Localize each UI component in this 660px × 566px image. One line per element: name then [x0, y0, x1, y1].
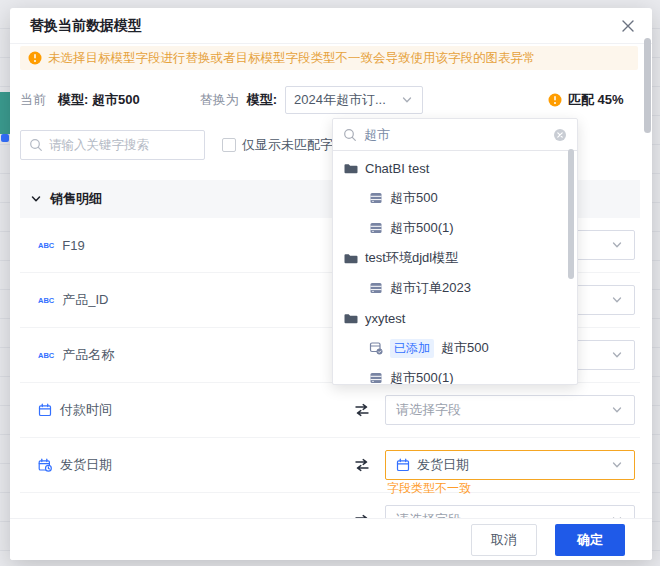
backdrop-blue-dot	[1, 134, 9, 142]
model-label: 模型:	[247, 91, 277, 109]
tree-model-label: 超市500	[441, 339, 489, 357]
warning-icon	[28, 51, 42, 65]
tree-folder[interactable]: test环境djdl模型	[333, 243, 577, 273]
caret-down-icon	[30, 193, 42, 205]
calendar-clock-icon	[38, 458, 52, 472]
match-warning-icon	[548, 93, 562, 107]
chevron-down-icon	[610, 403, 624, 417]
field-row: 付款时间 请选择字段	[20, 383, 640, 438]
folder-icon	[343, 311, 358, 326]
tree-folder[interactable]: ChatBI test	[333, 153, 577, 183]
text-field-icon: ABC	[38, 351, 54, 360]
model-picker-dropdown: 超市 ChatBI test 超市500	[332, 118, 578, 385]
dialog-header: 替换当前数据模型	[10, 8, 652, 44]
database-icon	[369, 371, 383, 385]
warning-banner: 未选择目标模型字段进行替换或者目标模型字段类型不一致会导致使用该字段的图表异常	[20, 46, 638, 70]
checkbox-unchecked-icon[interactable]	[222, 138, 236, 152]
close-icon[interactable]	[620, 18, 636, 34]
tree-model-label: 超市订单2023	[390, 279, 471, 297]
tree-folder-label: yxytest	[365, 311, 405, 326]
dialog-title: 替换当前数据模型	[30, 17, 142, 35]
match-indicator: 匹配 45%	[548, 91, 624, 109]
database-icon	[369, 191, 383, 205]
text-field-icon: ABC	[38, 241, 54, 250]
tree-model-added[interactable]: 已添加 超市500	[333, 333, 577, 363]
field-row: 发货日期 发货日期 字段类型不一致	[20, 438, 640, 493]
dialog-scrollbar[interactable]	[644, 38, 651, 133]
field-label: 付款时间	[60, 401, 112, 419]
added-badge: 已添加	[390, 339, 434, 358]
search-placeholder: 请输入关键字搜索	[49, 137, 149, 154]
chevron-down-icon	[610, 293, 624, 307]
dropdown-scrollbar[interactable]	[568, 149, 574, 279]
calendar-icon	[396, 458, 410, 472]
checkbox-label: 仅显示未匹配字段	[242, 136, 346, 154]
tree-model-label: 超市500	[390, 189, 438, 207]
current-label: 当前	[20, 91, 46, 109]
confirm-button[interactable]: 确定	[555, 524, 625, 556]
text-field-icon: ABC	[38, 296, 54, 305]
tree-model[interactable]: 超市500(1)	[333, 213, 577, 243]
replace-label: 替换为	[200, 91, 239, 109]
target-model-select[interactable]: 2024年超市订...	[285, 86, 423, 114]
dropdown-search-value: 超市	[364, 126, 546, 144]
filter-row: 请输入关键字搜索 仅显示未匹配字段	[20, 130, 346, 160]
swap-arrows-icon	[354, 457, 370, 473]
field-label: F19	[62, 238, 84, 253]
database-icon	[369, 221, 383, 235]
tree-folder-label: ChatBI test	[365, 161, 429, 176]
clear-icon[interactable]	[553, 128, 567, 142]
select-value: 发货日期	[417, 456, 603, 474]
dialog-footer: 取消 确定	[10, 518, 652, 560]
tree-model[interactable]: 超市订单2023	[333, 273, 577, 303]
model-row: 当前 模型: 超市500 替换为 模型: 2024年超市订... 匹配 45%	[20, 86, 638, 114]
current-model-value: 模型: 超市500	[58, 91, 140, 109]
tree-folder-label: test环境djdl模型	[365, 249, 458, 267]
folder-icon	[343, 161, 358, 176]
search-icon	[343, 128, 357, 142]
unmatched-only-checkbox-wrap[interactable]: 仅显示未匹配字段	[222, 136, 346, 154]
tree-model[interactable]: 超市500(1)	[333, 363, 577, 385]
chevron-down-icon	[610, 458, 624, 472]
match-percent-text: 匹配 45%	[568, 91, 624, 109]
group-title: 销售明细	[50, 190, 102, 208]
replace-model-dialog: 替换当前数据模型 未选择目标模型字段进行替换或者目标模型字段类型不一致会导致使用…	[10, 8, 652, 560]
field-label: 产品名称	[62, 346, 114, 364]
calendar-icon	[38, 403, 52, 417]
database-check-icon	[369, 341, 383, 355]
chevron-down-icon	[610, 238, 624, 252]
tree-folder[interactable]: yxytest	[333, 303, 577, 333]
tree-model-label: 超市500(1)	[390, 369, 454, 385]
warning-text: 未选择目标模型字段进行替换或者目标模型字段类型不一致会导致使用该字段的图表异常	[48, 50, 536, 67]
tree-model-label: 超市500(1)	[390, 219, 454, 237]
chevron-down-icon	[610, 348, 624, 362]
search-icon	[29, 138, 43, 152]
model-tree: ChatBI test 超市500 超市500(1) test环境djdl模型	[333, 151, 577, 385]
select-placeholder: 请选择字段	[396, 401, 603, 419]
keyword-search-input[interactable]: 请输入关键字搜索	[20, 130, 205, 160]
cancel-button[interactable]: 取消	[471, 524, 537, 556]
target-field-select[interactable]: 请选择字段	[385, 395, 635, 425]
tree-model[interactable]: 超市500	[333, 183, 577, 213]
field-label: 产品_ID	[62, 291, 108, 309]
chevron-down-icon	[400, 93, 414, 107]
backdrop-teal-block	[0, 92, 10, 134]
target-model-value: 2024年超市订...	[294, 91, 400, 109]
dropdown-search-input[interactable]: 超市	[333, 119, 577, 151]
database-icon	[369, 281, 383, 295]
swap-arrows-icon	[354, 402, 370, 418]
target-field-select-mismatch[interactable]: 发货日期	[385, 450, 635, 480]
field-label: 发货日期	[60, 456, 112, 474]
folder-icon	[343, 251, 358, 266]
